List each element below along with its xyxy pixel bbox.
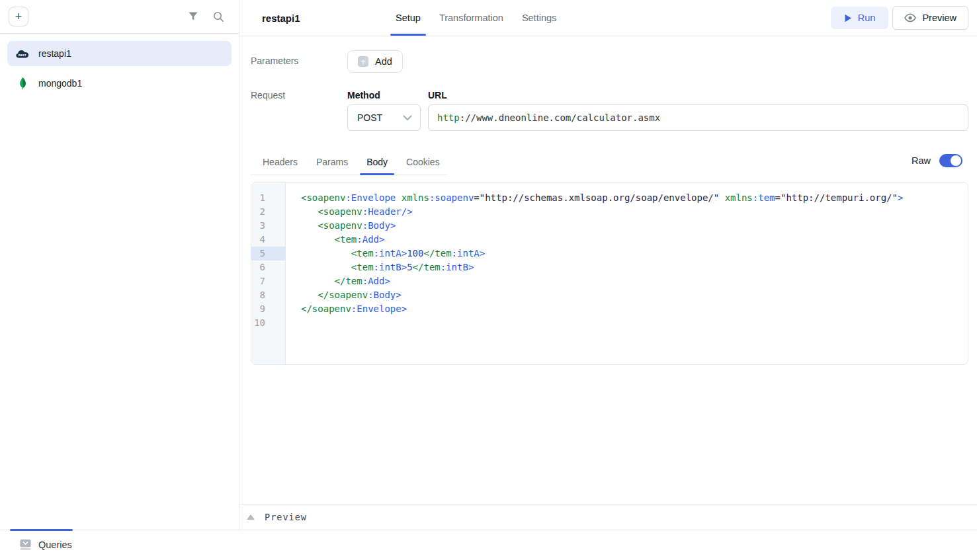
tab-body[interactable]: Body [365,153,389,175]
body-code-editor[interactable]: 12345678910 <soapenv:Envelope xmlns:soap… [251,182,968,365]
setup-tab-content: Parameters + Add Request Method POST [239,36,977,365]
gutter-line-number: 10 [251,316,285,330]
raw-toggle-group: Raw [912,154,962,167]
query-title[interactable]: restapi1 [262,13,373,24]
code-line[interactable]: <tem:intB>5</tem:intB> [301,260,968,274]
code-line[interactable]: </soapenv:Body> [301,288,968,302]
query-editor-header: restapi1 Setup Transformation Settings R… [239,0,977,36]
chevron-down-icon [403,115,412,121]
header-actions: Run Preview [831,0,968,36]
run-button[interactable]: Run [831,7,889,29]
query-editor-tabs: Setup Transformation Settings [394,0,558,36]
gutter-line-number: 5 [251,247,285,260]
plus-icon: + [15,11,22,22]
url-field-group: URL http://www.dneonline.com/calculator.… [428,90,968,131]
raw-toggle-label: Raw [912,155,931,166]
eye-icon [904,13,916,22]
query-list-item-mongodb1[interactable]: mongodb1 [7,71,232,96]
query-sidebar: + REST [0,0,239,530]
url-value-scheme: http [437,112,460,123]
plus-square-icon: + [358,56,368,67]
play-icon [844,14,852,22]
gutter-line-number: 6 [251,260,285,274]
mongodb-icon [15,77,30,90]
filter-queries-button[interactable] [185,9,201,24]
method-field-group: Method POST [347,90,421,131]
gutter-line-number: 7 [251,274,285,288]
queries-tab-label: Queries [38,540,72,550]
code-line[interactable]: </tem:Add> [301,274,968,288]
query-list: REST restapi1 mongodb1 [0,34,239,108]
search-queries-button[interactable] [210,9,227,25]
request-row: Request Method POST URL http://www.dneon… [251,90,968,131]
gutter-line-number: 2 [251,205,285,219]
filter-icon [188,11,198,22]
add-parameter-button[interactable]: + Add [347,50,403,73]
tab-transformation[interactable]: Transformation [438,0,505,36]
search-icon [213,11,224,22]
editor-code[interactable]: <soapenv:Envelope xmlns:soapenv="http://… [286,182,968,364]
tab-cookies[interactable]: Cookies [405,153,441,175]
query-item-label: restapi1 [38,48,71,59]
parameters-label: Parameters [251,50,347,66]
tab-headers[interactable]: Headers [261,153,299,175]
query-item-label: mongodb1 [38,78,82,89]
url-label: URL [428,90,968,100]
code-line[interactable]: <soapenv:Envelope xmlns:soapenv="http://… [301,191,968,205]
triangle-up-icon [247,514,255,520]
request-options-section: Headers Params Body Cookies Raw 12345678… [251,153,968,365]
url-value-rest: ://www.dneonline.com/calculator.asmx [460,112,660,123]
app-footer: Queries [0,530,977,560]
code-line[interactable]: <soapenv:Body> [301,219,968,233]
request-label: Request [251,90,347,100]
preview-button[interactable]: Preview [892,6,968,30]
code-line[interactable]: <soapenv:Header/> [301,205,968,219]
preview-panel-label: Preview [265,512,307,522]
tab-params[interactable]: Params [315,153,349,175]
new-query-button[interactable]: + [9,7,28,26]
query-list-item-restapi1[interactable]: REST restapi1 [7,41,232,66]
app-window: + REST [0,0,977,560]
svg-text:REST: REST [19,53,26,56]
sidebar-header: + [0,0,239,34]
method-selected-value: POST [357,112,382,123]
queries-active-indicator [10,529,73,531]
toggle-knob [951,155,961,166]
method-label: Method [347,90,421,100]
preview-panel-toggle[interactable]: Preview [239,504,977,530]
request-options-tabs: Headers Params Body Cookies [251,153,447,175]
queries-panel-tab[interactable]: Queries [0,530,72,550]
panel-collapse-icon [20,539,31,550]
raw-toggle[interactable] [939,154,962,167]
tab-settings[interactable]: Settings [521,0,558,36]
gutter-line-number: 3 [251,219,285,233]
tab-setup[interactable]: Setup [394,0,422,36]
code-line[interactable]: <tem:intA>100</tem:intA> [301,247,968,260]
query-editor-panel: restapi1 Setup Transformation Settings R… [239,0,977,530]
gutter-line-number: 4 [251,233,285,247]
code-line[interactable]: </soapenv:Envelope> [301,302,968,316]
gutter-line-number: 1 [251,191,285,205]
code-line[interactable] [301,316,968,330]
method-select[interactable]: POST [347,104,421,131]
gutter-line-number: 8 [251,288,285,302]
url-input[interactable]: http://www.dneonline.com/calculator.asmx [428,104,968,131]
editor-gutter: 12345678910 [251,182,286,364]
parameters-row: Parameters + Add [251,50,968,73]
gutter-line-number: 9 [251,302,285,316]
code-line[interactable]: <tem:Add> [301,233,968,247]
rest-api-icon: REST [15,49,30,59]
